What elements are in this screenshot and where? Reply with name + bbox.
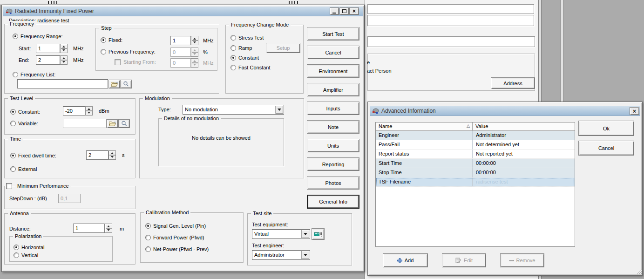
dwell-time-input[interactable]: 2 xyxy=(86,150,108,160)
row-value: Not determined yet xyxy=(473,140,575,149)
frequency-list-view-button[interactable] xyxy=(120,80,132,88)
fast-constant-radio[interactable] xyxy=(230,65,236,70)
test-level-constant-radio[interactable] xyxy=(10,109,16,115)
dropdown-button[interactable] xyxy=(301,230,309,238)
time-legend: Time xyxy=(8,136,23,142)
cancel-button[interactable]: Cancel xyxy=(307,46,359,59)
step-fixed-spinner[interactable] xyxy=(191,36,198,45)
table-row[interactable]: Report status Not reported yet xyxy=(376,150,575,159)
inputs-button[interactable]: Inputs xyxy=(307,102,359,115)
table-row[interactable]: Stop Time 00:00:00 xyxy=(376,168,575,177)
magnifier-icon xyxy=(123,81,129,87)
table-row[interactable]: Pass/Fail Not determined yet xyxy=(376,140,575,150)
fixed-dwell-radio[interactable] xyxy=(10,153,16,158)
modulation-type-combo[interactable]: No modulation xyxy=(183,105,284,115)
window-title: Radiated Immunity Fixed Power xyxy=(15,8,94,14)
frequency-group: Frequency Frequency Range: Start: 1 MHz … xyxy=(4,24,219,94)
modulation-details-text: No details can be showed xyxy=(159,135,284,141)
test-site-group: Test site Test equipment: Virtual xyxy=(247,213,352,265)
ramp-radio[interactable] xyxy=(230,45,236,51)
test-level-unit: dBm xyxy=(99,108,109,114)
step-fixed-radio[interactable] xyxy=(101,37,106,43)
test-site-legend: Test site xyxy=(251,211,273,217)
distance-unit: m xyxy=(120,226,124,232)
app-icon xyxy=(372,108,379,114)
frequency-list-input[interactable] xyxy=(17,79,108,88)
resize-grip[interactable] xyxy=(636,268,642,274)
test-level-spinner[interactable] xyxy=(85,106,93,116)
minimize-button[interactable] xyxy=(330,7,339,15)
stress-test-radio[interactable] xyxy=(230,35,236,41)
signal-gen-level-radio[interactable] xyxy=(145,223,151,229)
test-level-input[interactable]: -20 xyxy=(63,106,85,116)
frequency-range-radio[interactable] xyxy=(13,34,18,39)
table-row[interactable]: Engineer Administrator xyxy=(376,131,575,140)
dialog-cancel-button[interactable]: Cancel xyxy=(578,141,634,156)
main-titlebar[interactable]: Radiated Immunity Fixed Power xyxy=(3,7,363,16)
background-text-field[interactable] xyxy=(367,15,534,26)
address-button[interactable]: Address xyxy=(491,77,535,89)
photos-button[interactable]: Photos xyxy=(307,176,359,190)
start-frequency-input[interactable]: 1 xyxy=(36,44,60,53)
minimum-performance-checkbox[interactable] xyxy=(6,183,12,189)
end-frequency-input[interactable]: 2 xyxy=(36,55,60,65)
test-equipment-value: Virtual xyxy=(254,231,269,237)
row-name: Stop Time xyxy=(376,168,473,177)
distance-input[interactable]: 1 xyxy=(73,224,105,233)
starting-from-spinner xyxy=(191,58,198,68)
step-fixed-input[interactable]: 1 xyxy=(170,36,191,45)
table-row[interactable]: Start Time 00:00:00 xyxy=(376,159,575,168)
distance-spinner[interactable] xyxy=(105,224,112,233)
start-label: Start: xyxy=(19,46,31,52)
horizontal-radio[interactable] xyxy=(14,245,19,250)
variable-browse-button[interactable] xyxy=(107,119,118,128)
step-previous-radio[interactable] xyxy=(101,49,106,54)
forward-power-radio[interactable] xyxy=(145,235,151,240)
table-row-selected[interactable]: TSF Filename radisense test xyxy=(376,177,575,187)
dwell-time-spinner[interactable] xyxy=(108,150,116,160)
dropdown-button[interactable] xyxy=(301,251,309,259)
test-equipment-combo[interactable]: Virtual xyxy=(252,229,310,239)
value-column-header[interactable]: Value xyxy=(473,122,575,131)
background-text-field[interactable] xyxy=(367,36,535,47)
frequency-list-browse-button[interactable] xyxy=(108,80,120,88)
frequency-list-radio[interactable] xyxy=(13,72,18,77)
dropdown-button[interactable] xyxy=(275,106,283,114)
row-value: Administrator xyxy=(473,131,575,140)
remove-button-label: Remove xyxy=(516,258,536,263)
units-button[interactable]: Units xyxy=(307,139,359,152)
note-button[interactable]: Note xyxy=(307,120,359,134)
start-test-button[interactable]: Start Test xyxy=(307,27,359,41)
start-frequency-spinner[interactable] xyxy=(60,44,68,53)
test-equipment-config-button[interactable] xyxy=(312,228,325,240)
constant-mode-radio[interactable] xyxy=(230,55,236,61)
amplifier-button[interactable]: Amplifier xyxy=(307,83,359,96)
reporting-button[interactable]: Reporting xyxy=(307,157,359,171)
dialog-title: Advanced Information xyxy=(381,108,436,114)
step-fixed-label: Fixed: xyxy=(108,37,122,43)
step-previous-input: 0 xyxy=(170,48,191,57)
close-button[interactable]: × xyxy=(349,7,359,15)
time-group: Time Fixed dwell time: 2 s External xyxy=(4,139,136,178)
dialog-titlebar[interactable]: Advanced Information xyxy=(370,106,640,116)
environment-button[interactable]: Environment xyxy=(307,64,359,78)
variable-view-button[interactable] xyxy=(118,119,130,128)
test-level-variable-radio[interactable] xyxy=(10,121,16,126)
general-info-button[interactable]: General Info xyxy=(307,195,359,209)
add-button[interactable]: Add xyxy=(383,253,428,267)
background-text-fragment xyxy=(289,1,298,4)
distance-label: Distance: xyxy=(9,226,31,232)
test-engineer-combo[interactable]: Administrator xyxy=(252,250,310,260)
end-frequency-spinner[interactable] xyxy=(60,55,68,65)
maximize-button[interactable] xyxy=(339,7,349,15)
vertical-radio[interactable] xyxy=(14,252,19,258)
dialog-close-button[interactable]: × xyxy=(630,107,639,115)
net-power-radio[interactable] xyxy=(145,246,151,252)
edit-button: Edit xyxy=(442,253,486,267)
ok-button[interactable]: Ok xyxy=(578,121,634,136)
name-column-header[interactable]: Name △ xyxy=(376,122,473,131)
external-time-radio[interactable] xyxy=(10,166,16,172)
background-text-field[interactable] xyxy=(367,4,534,14)
row-name: Engineer xyxy=(376,131,473,140)
starting-from-input: 0 xyxy=(170,58,191,68)
